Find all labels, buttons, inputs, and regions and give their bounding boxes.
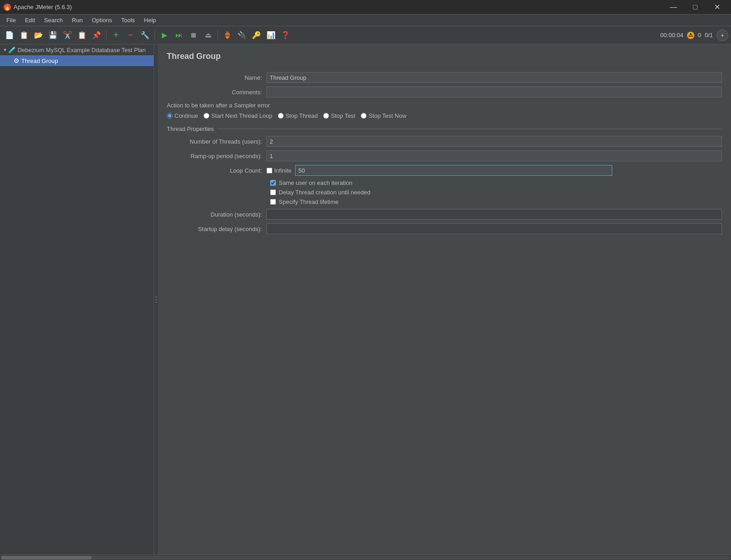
toolbar-sep-3 <box>218 30 218 41</box>
rampup-row: Ramp-up period (seconds): <box>167 150 722 161</box>
menu-tools[interactable]: Tools <box>116 14 139 26</box>
duration-label: Duration (seconds): <box>167 211 266 218</box>
remote-start-button[interactable]: 🔌 <box>235 29 249 42</box>
same-user-row: Same user on each iteration <box>266 179 722 186</box>
comments-input[interactable] <box>266 87 722 97</box>
stop-button[interactable]: ⏹ <box>187 29 200 42</box>
scrollbar-track <box>1 556 730 560</box>
menu-file[interactable]: File <box>2 14 20 26</box>
menu-run[interactable]: Run <box>68 14 87 26</box>
radio-start-next-label: Start Next Thread Loop <box>211 112 272 119</box>
infinite-check[interactable]: Infinite <box>266 167 291 174</box>
radio-continue-label: Continue <box>174 112 198 119</box>
radio-stop-test-now[interactable]: Stop Test Now <box>361 112 407 119</box>
loop-count-label: Loop Count: <box>167 167 266 174</box>
action-label: Action to be taken after a Sampler error <box>167 102 722 109</box>
name-input[interactable] <box>266 72 722 83</box>
add-button[interactable]: + <box>109 29 123 42</box>
loop-count-input[interactable] <box>295 165 612 176</box>
testplan-icon: 🧪 <box>8 46 16 53</box>
save-button[interactable]: 💾 <box>46 29 60 42</box>
same-user-label: Same user on each iteration <box>279 179 353 186</box>
threadgroup-label: Thread Group <box>21 58 58 64</box>
infinite-checkbox[interactable] <box>266 168 272 174</box>
menu-options[interactable]: Options <box>87 14 116 26</box>
specify-lifetime-label: Specify Thread lifetime <box>279 198 339 205</box>
radio-stop-test-now-label: Stop Test Now <box>368 112 407 119</box>
paste-button[interactable]: 📌 <box>90 29 103 42</box>
menu-bar: File Edit Search Run Options Tools Help <box>0 14 731 26</box>
remove-button[interactable]: − <box>124 29 137 42</box>
num-threads-input[interactable] <box>266 136 722 147</box>
panel-title: Thread Group <box>167 52 722 65</box>
delay-thread-label: Delay Thread creation until needed <box>279 189 370 196</box>
expand-icon: ▾ <box>4 47 6 53</box>
warning-count: 0 <box>698 32 701 39</box>
num-threads-label: Number of Threads (users): <box>167 138 266 145</box>
threadgroup-icon: ⚙ <box>14 57 19 64</box>
startup-delay-input[interactable] <box>266 223 722 234</box>
shutdown-button[interactable]: ⏏ <box>201 29 215 42</box>
resize-handle[interactable] <box>154 44 158 555</box>
radio-stop-thread[interactable]: Stop Thread <box>278 112 318 119</box>
radio-stop-test[interactable]: Stop Test <box>323 112 355 119</box>
open-button[interactable]: 📂 <box>32 29 45 42</box>
main-layout: ▾ 🧪 Debezium MySQL Example Ddatabase Tes… <box>0 44 731 555</box>
same-user-checkbox[interactable] <box>270 180 276 186</box>
timer-display: 00:00:04 <box>660 32 683 39</box>
delay-thread-checkbox[interactable] <box>270 189 276 195</box>
app-title: Apache JMeter (5.6.3) <box>14 4 72 10</box>
loop-count-row: Loop Count: Infinite <box>167 165 722 176</box>
help-button[interactable]: ❓ <box>279 29 292 42</box>
thread-properties-label: Thread Properties <box>167 126 214 132</box>
resize-dot-2 <box>155 299 157 300</box>
radio-continue[interactable]: Continue <box>167 112 198 119</box>
title-bar: 🔥 Apache JMeter (5.6.3) — □ ✕ <box>0 0 731 14</box>
maximize-button[interactable]: □ <box>685 0 706 14</box>
open-template-button[interactable]: 📋 <box>17 29 31 42</box>
sidebar-item-testplan[interactable]: ▾ 🧪 Debezium MySQL Example Ddatabase Tes… <box>0 44 154 55</box>
radio-stop-test-label: Stop Test <box>331 112 355 119</box>
rampup-input[interactable] <box>266 150 722 161</box>
rampup-label: Ramp-up period (seconds): <box>167 153 266 159</box>
new-button[interactable]: 📄 <box>3 29 16 42</box>
close-button[interactable]: ✕ <box>707 0 727 14</box>
toolbar-right: 00:00:04 ⚠ 0 0/1 + <box>660 29 728 41</box>
toolbar-sep-1 <box>106 30 107 41</box>
toolbar-sep-2 <box>155 30 155 41</box>
minimize-button[interactable]: — <box>663 0 684 14</box>
startup-delay-label: Startup delay (seconds): <box>167 226 266 232</box>
radio-start-next[interactable]: Start Next Thread Loop <box>203 112 272 119</box>
testplan-label: Debezium MySQL Example Ddatabase Test Pl… <box>18 47 146 53</box>
cut-button[interactable]: ✂️ <box>61 29 74 42</box>
specify-lifetime-checkbox[interactable] <box>270 199 276 205</box>
start-button[interactable]: ▶ <box>158 29 171 42</box>
name-label: Name: <box>167 74 266 81</box>
sidebar-item-threadgroup[interactable]: ⚙ Thread Group <box>0 55 154 66</box>
sidebar: ▾ 🧪 Debezium MySQL Example Ddatabase Tes… <box>0 44 154 555</box>
comments-row: Comments: <box>167 87 722 97</box>
menu-edit[interactable]: Edit <box>20 14 39 26</box>
copy-button[interactable]: 📋 <box>75 29 89 42</box>
menu-search[interactable]: Search <box>39 14 67 26</box>
radio-group: Continue Start Next Thread Loop Stop Thr… <box>167 112 722 119</box>
warning-badge: ⚠ <box>687 32 694 39</box>
browse-button[interactable]: 🔧 <box>138 29 152 42</box>
scrollbar-thumb[interactable] <box>1 556 92 560</box>
start-no-pause-button[interactable]: ⏭ <box>172 29 186 42</box>
thread-properties-section-title: Thread Properties <box>167 126 722 132</box>
resize-dot-3 <box>155 302 157 303</box>
title-bar-left: 🔥 Apache JMeter (5.6.3) <box>4 4 72 11</box>
radio-stop-thread-label: Stop Thread <box>286 112 318 119</box>
infinite-label: Infinite <box>274 167 291 174</box>
jar-button[interactable]: 🏺 <box>221 29 234 42</box>
remote-engine-button[interactable]: + <box>716 29 728 41</box>
bottom-scrollbar[interactable] <box>0 555 731 560</box>
duration-input[interactable] <box>266 209 722 220</box>
duration-row: Duration (seconds): <box>167 209 722 220</box>
num-threads-row: Number of Threads (users): <box>167 136 722 147</box>
startup-delay-row: Startup delay (seconds): <box>167 223 722 234</box>
menu-help[interactable]: Help <box>140 14 161 26</box>
function-helper-button[interactable]: 🔑 <box>250 29 263 42</box>
log-viewer-button[interactable]: 📊 <box>264 29 278 42</box>
